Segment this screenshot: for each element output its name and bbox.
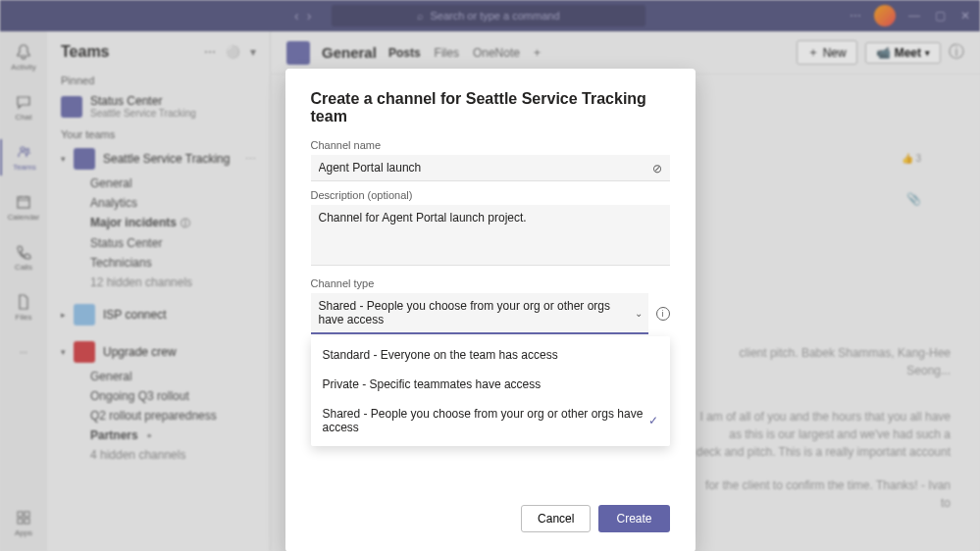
check-circle-icon: ⊘ (652, 162, 662, 175)
type-label: Channel type (311, 277, 670, 289)
option-label: Shared - People you choose from your org… (323, 407, 648, 434)
cancel-button[interactable]: Cancel (521, 505, 591, 532)
option-shared[interactable]: Shared - People you choose from your org… (311, 399, 670, 442)
channel-name-input[interactable] (311, 155, 670, 181)
modal-title: Create a channel for Seattle Service Tra… (311, 90, 670, 125)
modal-overlay: Create a channel for Seattle Service Tra… (0, 0, 980, 551)
selected-value: Shared - People you choose from your org… (319, 299, 611, 326)
create-channel-modal: Create a channel for Seattle Service Tra… (285, 69, 696, 551)
option-label: Standard - Everyone on the team has acce… (323, 348, 558, 362)
check-icon: ✓ (648, 414, 658, 427)
info-icon[interactable]: i (656, 307, 670, 321)
description-input[interactable] (311, 205, 670, 266)
option-private[interactable]: Private - Specific teammates have access (311, 370, 670, 399)
desc-label: Description (optional) (311, 189, 670, 201)
create-button[interactable]: Create (598, 505, 669, 532)
chevron-down-icon: ⌄ (635, 308, 643, 319)
channel-type-dropdown: Standard - Everyone on the team has acce… (311, 336, 670, 446)
channel-type-select[interactable]: Shared - People you choose from your org… (311, 293, 648, 334)
option-standard[interactable]: Standard - Everyone on the team has acce… (311, 340, 670, 370)
name-label: Channel name (311, 139, 670, 151)
option-label: Private - Specific teammates have access (323, 377, 542, 391)
